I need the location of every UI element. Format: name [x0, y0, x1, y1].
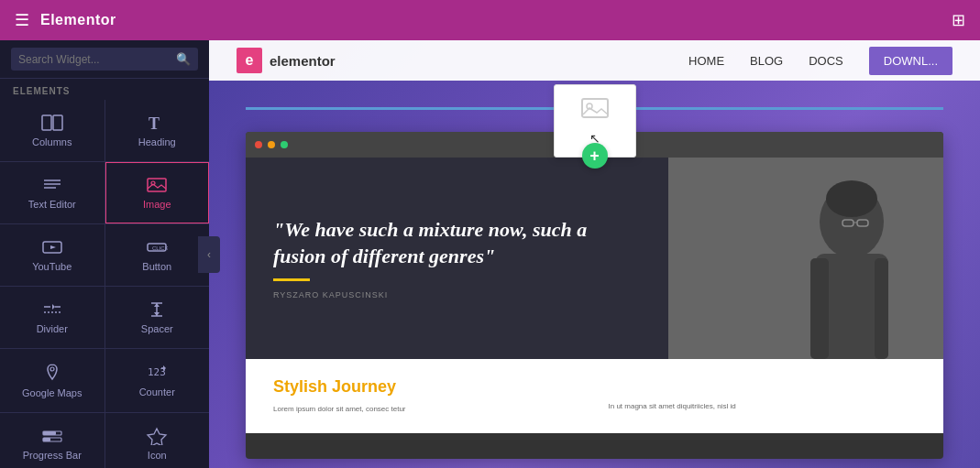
- widget-progress-bar[interactable]: Progress Bar: [0, 413, 105, 468]
- svg-rect-1: [53, 115, 62, 130]
- widget-youtube[interactable]: YouTube: [0, 224, 105, 286]
- canvas-area: e elementor HOME BLOG DOCS DOWNL...: [209, 40, 980, 468]
- svg-point-40: [826, 180, 877, 217]
- nav-home[interactable]: HOME: [688, 54, 724, 68]
- stylish-journey-title: Stylish Journey: [273, 377, 581, 397]
- svg-point-21: [50, 367, 54, 371]
- hero-text-area: "We have such a mixture now, such a fusi…: [246, 158, 668, 359]
- browser-dot-red: [255, 141, 262, 148]
- image-label: Image: [143, 199, 171, 210]
- hero-author: RYSZARO KAPUSCINSKI: [273, 290, 641, 299]
- svg-rect-0: [42, 115, 51, 130]
- svg-rect-36: [875, 258, 888, 359]
- widget-spacer[interactable]: Spacer: [105, 287, 210, 348]
- add-widget-button[interactable]: +: [582, 143, 608, 169]
- columns-label: Columns: [32, 136, 72, 147]
- grid-icon[interactable]: ⊞: [952, 10, 965, 30]
- hamburger-icon[interactable]: ☰: [15, 10, 29, 30]
- heading-icon: T: [146, 114, 168, 132]
- nav-docs[interactable]: DOCS: [809, 54, 843, 68]
- page-hero: "We have such a mixture now, such a fusi…: [246, 158, 943, 359]
- svg-rect-28: [43, 438, 50, 441]
- widget-text-editor[interactable]: Text Editor: [0, 162, 105, 223]
- widget-google-maps[interactable]: Google Maps: [0, 349, 105, 412]
- canvas-nav-links: HOME BLOG DOCS DOWNL...: [688, 47, 952, 75]
- nav-blog[interactable]: BLOG: [750, 54, 783, 68]
- lower-right: In ut magna sit amet diquitriicles, nisl…: [609, 377, 917, 415]
- widget-divider[interactable]: Divider: [0, 287, 105, 348]
- icon-widget-icon: [146, 427, 168, 445]
- youtube-icon: [41, 238, 63, 256]
- svg-marker-9: [50, 245, 56, 249]
- youtube-label: YouTube: [32, 261, 72, 272]
- divider-icon: [41, 300, 63, 319]
- person-silhouette: [668, 158, 943, 359]
- progress-bar-label: Progress Bar: [23, 450, 82, 461]
- search-input[interactable]: [18, 53, 171, 66]
- icon-label: Icon: [148, 450, 167, 461]
- top-bar-left: ☰ Elementor: [15, 10, 116, 30]
- widget-image[interactable]: Image: [105, 162, 210, 223]
- svg-text:T: T: [149, 114, 160, 132]
- progress-bar-icon: [41, 427, 63, 445]
- lorem-left-text: Lorem ipsum dolor sit amet, consec tetur: [273, 404, 581, 415]
- elements-label: ELEMENTS: [0, 79, 209, 100]
- widget-counter[interactable]: 123 Counter: [105, 349, 210, 412]
- nav-download-button[interactable]: DOWNL...: [869, 47, 952, 75]
- widget-icon[interactable]: Icon: [105, 413, 210, 468]
- lower-left: Stylish Journey Lorem ipsum dolor sit am…: [273, 377, 581, 415]
- search-container: 🔍: [0, 40, 209, 79]
- search-icon: 🔍: [176, 52, 191, 66]
- lorem-right-text: In ut magna sit amet diquitriicles, nisl…: [609, 401, 917, 412]
- page-content: "We have such a mixture now, such a fusi…: [246, 132, 943, 459]
- canvas-nav: e elementor HOME BLOG DOCS DOWNL...: [209, 40, 980, 81]
- browser-dot-green: [281, 141, 288, 148]
- hero-divider: [273, 278, 310, 281]
- svg-rect-30: [582, 99, 608, 117]
- image-icon: [146, 176, 168, 194]
- elementor-logo-letter: e: [246, 52, 254, 69]
- elementor-logo-box: e: [237, 48, 262, 73]
- browser-dot-yellow: [268, 141, 275, 148]
- widgets-grid: Columns T Heading: [0, 100, 209, 468]
- text-editor-label: Text Editor: [28, 199, 76, 210]
- hero-image-area: [668, 158, 943, 359]
- widget-heading[interactable]: T Heading: [105, 100, 210, 161]
- columns-icon: [41, 114, 63, 132]
- svg-rect-6: [148, 179, 166, 191]
- sidebar: 🔍 ELEMENTS Columns T: [0, 40, 209, 468]
- svg-text:CLICK: CLICK: [152, 245, 168, 251]
- spacer-icon: [146, 300, 168, 319]
- canvas-nav-logo: e elementor: [237, 48, 336, 73]
- google-maps-label: Google Maps: [22, 387, 82, 398]
- elementor-nav-title: elementor: [270, 53, 336, 69]
- page-lower: Stylish Journey Lorem ipsum dolor sit am…: [246, 359, 943, 433]
- top-bar: ☰ Elementor ⊞: [0, 0, 980, 40]
- svg-rect-32: [668, 158, 943, 359]
- divider-label: Divider: [37, 323, 68, 334]
- app-title: Elementor: [40, 12, 116, 28]
- widget-button[interactable]: CLICK Button: [105, 224, 210, 286]
- button-label: Button: [142, 261, 171, 272]
- google-maps-icon: [41, 363, 63, 383]
- svg-marker-13: [52, 304, 55, 310]
- hero-quote: "We have such a mixture now, such a fusi…: [273, 217, 641, 269]
- heading-label: Heading: [138, 136, 176, 147]
- counter-label: Counter: [139, 386, 175, 397]
- search-box: 🔍: [11, 48, 198, 71]
- svg-rect-35: [810, 258, 829, 359]
- dragging-image-icon: [580, 96, 610, 127]
- svg-marker-29: [148, 429, 166, 445]
- svg-rect-26: [43, 431, 56, 435]
- widget-columns[interactable]: Columns: [0, 100, 105, 161]
- text-editor-icon: [41, 176, 63, 194]
- counter-icon: 123: [146, 364, 168, 382]
- button-icon: CLICK: [146, 238, 168, 256]
- spacer-label: Spacer: [141, 323, 173, 334]
- sidebar-collapse-handle[interactable]: ‹: [198, 236, 220, 273]
- main-area: 🔍 ELEMENTS Columns T: [0, 40, 980, 468]
